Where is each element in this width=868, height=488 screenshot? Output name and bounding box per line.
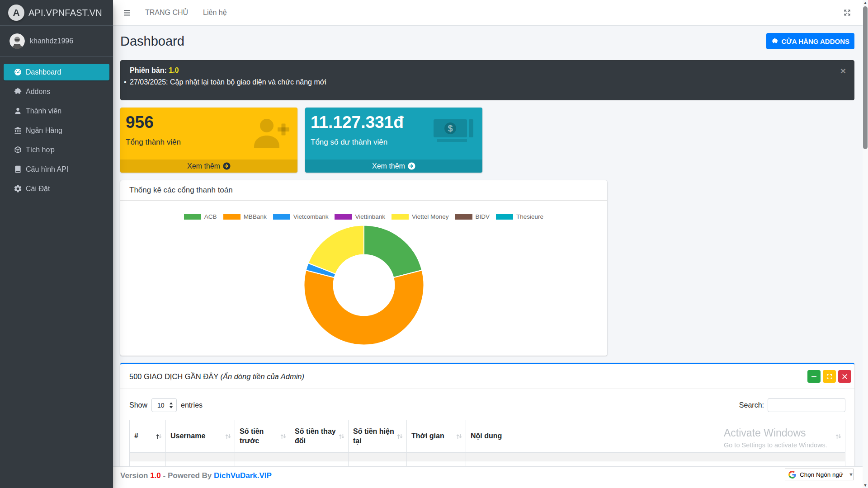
legend-item[interactable]: Viettinbank	[335, 213, 385, 220]
fullscreen-icon[interactable]	[843, 8, 852, 17]
brand[interactable]: A API.VPNFAST.VN	[0, 0, 113, 26]
sidebar-item-settings[interactable]: Cài Đặt	[4, 180, 109, 197]
alert-list: 27/03/2025: Cập nhật lại toàn bộ giao di…	[130, 78, 845, 87]
page-scrollbar[interactable]: ▲ ▼	[863, 0, 868, 488]
column-header-label: Số tiền hiện tại	[353, 427, 395, 446]
close-button[interactable]	[838, 370, 851, 383]
expand-icon	[826, 374, 832, 380]
legend-swatch	[335, 214, 352, 220]
gear-icon	[14, 184, 22, 193]
sidebar-item-api-config[interactable]: Cấu hình API	[4, 161, 109, 178]
table-row	[130, 453, 845, 461]
sort-icons	[456, 433, 462, 440]
nav-link-home[interactable]: TRANG CHỦ	[145, 9, 188, 17]
legend-swatch	[455, 214, 472, 220]
sort-icons	[225, 433, 231, 440]
bank-icon	[14, 126, 22, 135]
column-header[interactable]: Số tiền trước	[235, 420, 290, 453]
column-header[interactable]: Số tiền hiện tại	[349, 420, 407, 453]
stat-more-link[interactable]: Xem thêm	[120, 160, 297, 173]
legend-item[interactable]: Viettel Money	[392, 213, 449, 220]
table-cell	[349, 453, 407, 461]
column-header-label: Số tiền thay đổi	[295, 427, 336, 446]
stat-inner: 956Tổng thành viên	[120, 108, 297, 147]
donut-segment[interactable]	[308, 225, 363, 274]
footer-version: 1.0	[150, 471, 161, 480]
alert-heading: Phiên bản: 1.0	[130, 66, 845, 75]
transactions-card-header: 500 GIAO DỊCH GẦN ĐÂY (Ẩn dòng tiền của …	[120, 364, 854, 389]
scrollbar-thumb[interactable]	[863, 6, 868, 149]
scrollbar-up-arrow[interactable]: ▲	[863, 0, 868, 5]
brand-logo-icon: A	[8, 5, 24, 21]
addons-store-button[interactable]: CỬA HÀNG ADDONS	[766, 33, 855, 49]
sidebar-nav: DashboardAddonsThành viênNgân HàngTích h…	[0, 56, 113, 203]
language-caret-icon: ▼	[849, 472, 854, 477]
language-selector[interactable]: Chọn Ngôn ngữ ▼	[785, 469, 854, 480]
legend-label: Vietcombank	[293, 213, 329, 220]
legend-item[interactable]: BIDV	[455, 213, 490, 220]
footer-powered-label: - Powered By	[163, 471, 212, 480]
legend-item[interactable]: Vietcombank	[273, 213, 329, 220]
footer-version-label: Version	[120, 471, 148, 480]
nav-link-contact[interactable]: Liên hệ	[203, 9, 227, 17]
sidebar-item-members[interactable]: Thành viên	[4, 103, 109, 119]
brand-text: API.VPNFAST.VN	[28, 8, 102, 18]
table-cell	[407, 453, 466, 461]
legend-item[interactable]: Thesieure	[496, 213, 543, 220]
legend-swatch	[184, 214, 201, 220]
sort-icons	[280, 433, 287, 440]
column-header[interactable]: Số tiền thay đổi	[290, 420, 349, 453]
user-panel: khanhdz1996	[0, 26, 113, 56]
column-header-label: Thời gian	[411, 431, 444, 441]
legend-item[interactable]: MBBank	[223, 213, 267, 220]
puzzle-icon	[771, 38, 778, 45]
page-length-select[interactable]: 10	[151, 398, 177, 412]
alert-close-icon[interactable]: ×	[840, 66, 846, 75]
content: Dashboard CỬA HÀNG ADDONS Phiên bản: 1.0…	[113, 26, 868, 488]
legend-item[interactable]: ACB	[184, 213, 217, 220]
scrollbar-down-arrow[interactable]: ▼	[863, 483, 868, 488]
sidebar-item-integrations[interactable]: Tích hợp	[4, 141, 109, 158]
alert-list-item: 27/03/2025: Cập nhật lại toàn bộ giao di…	[130, 78, 845, 87]
column-header-label: #	[134, 431, 138, 441]
sidebar-toggle-icon[interactable]	[124, 10, 130, 16]
table-cell	[166, 453, 235, 461]
close-icon	[842, 374, 848, 380]
donut-segment[interactable]	[304, 270, 424, 345]
top-navbar: TRANG CHỦ Liên hệ	[113, 0, 868, 26]
sort-icons	[835, 433, 842, 440]
legend-label: MBBank	[244, 213, 267, 220]
user-name-link[interactable]: khanhdz1996	[30, 37, 73, 45]
stat-more-link[interactable]: Xem thêm	[305, 160, 482, 173]
column-header[interactable]: Nội dung	[466, 420, 845, 453]
legend-swatch	[273, 214, 290, 220]
sidebar-item-label: Thành viên	[26, 107, 61, 115]
column-header[interactable]: Thời gian	[407, 420, 466, 453]
sidebar-item-addons[interactable]: Addons	[4, 83, 109, 100]
language-selector-label: Chọn Ngôn ngữ	[800, 471, 843, 478]
column-header[interactable]: Username	[166, 420, 235, 453]
sidebar-item-label: Cài Đặt	[26, 185, 50, 193]
search-input[interactable]	[768, 398, 845, 412]
main-area: TRANG CHỦ Liên hệ Dashboard CỬA HÀNG ADD…	[113, 0, 868, 488]
main-footer: Version 1.0 - Powered By DichVuDark.VIP	[113, 466, 868, 488]
table-cell	[466, 453, 845, 461]
collapse-button[interactable]	[807, 370, 821, 383]
column-header-label: Username	[170, 431, 205, 441]
user-avatar	[9, 33, 25, 49]
version-alert: Phiên bản: 1.0 27/03/2025: Cập nhật lại …	[120, 60, 854, 100]
sidebar-item-dashboard[interactable]: Dashboard	[4, 64, 109, 80]
footer-powered-link[interactable]: DichVuDark.VIP	[214, 471, 272, 480]
column-header[interactable]: #	[130, 420, 166, 453]
expand-button[interactable]	[823, 370, 836, 383]
sidebar-item-label: Dashboard	[26, 68, 61, 76]
sidebar-item-label: Ngân Hàng	[26, 127, 62, 135]
chart-card-header: Thống kê các cổng thanh toán	[120, 180, 607, 201]
sort-icons	[338, 433, 345, 440]
stat-box-balance: 11.127.331đTổng số dư thành viên$Xem thê…	[305, 108, 482, 173]
donut-segment[interactable]	[364, 225, 422, 278]
legend-label: ACB	[204, 213, 217, 220]
book-icon	[14, 165, 22, 174]
datatable-controls: Show 10 entries Search:	[129, 398, 845, 412]
sidebar-item-banks[interactable]: Ngân Hàng	[4, 122, 109, 139]
